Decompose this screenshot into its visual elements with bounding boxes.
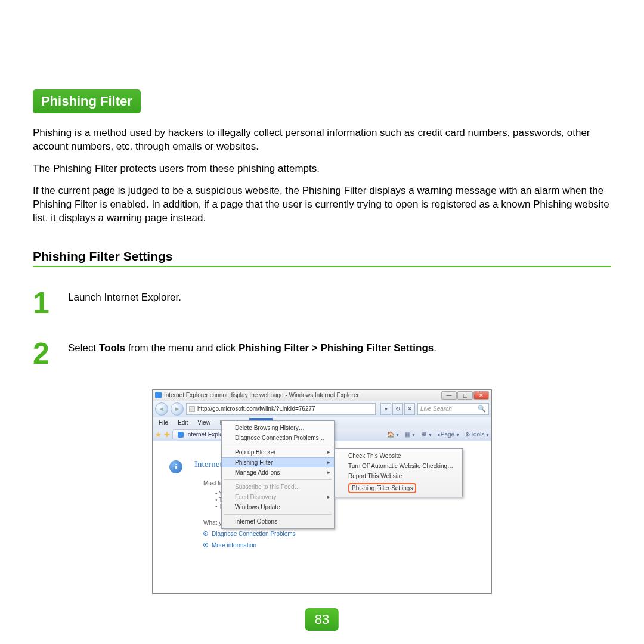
back-button[interactable]: ◄ bbox=[155, 402, 168, 416]
text: from the menu and click bbox=[125, 342, 239, 354]
menu-item-manage-addons[interactable]: Manage Add-ons▸ bbox=[222, 467, 334, 478]
menu-item-phishing-filter[interactable]: Phishing Filter▸ bbox=[222, 457, 334, 467]
link-text: Diagnose Connection Problems bbox=[212, 531, 296, 537]
step-text: Launch Internet Explorer. bbox=[68, 288, 181, 304]
add-favorites-icon[interactable]: ✚ bbox=[164, 431, 170, 439]
bullet-icon: ▾ bbox=[203, 543, 208, 547]
close-button[interactable]: ✕ bbox=[473, 391, 489, 400]
menu-separator bbox=[224, 445, 332, 445]
more-info-link[interactable]: ▾ More information bbox=[203, 542, 491, 549]
step-1: 1 Launch Internet Explorer. bbox=[33, 288, 611, 318]
print-icon[interactable]: 🖶 ▾ bbox=[421, 431, 432, 438]
page-icon bbox=[189, 406, 195, 412]
link-text: More information bbox=[212, 542, 256, 549]
menu-separator bbox=[224, 479, 332, 480]
submenu-report[interactable]: Report This Website bbox=[335, 471, 462, 481]
menu-item-windows-update[interactable]: Windows Update bbox=[222, 502, 334, 512]
section-title: Phishing Filter bbox=[33, 89, 141, 113]
home-icon[interactable]: 🏠 ▾ bbox=[387, 431, 399, 438]
page-content: i Internet Exp Most likely caus You are … bbox=[153, 441, 491, 593]
tools-dropdown[interactable]: ⚙Tools ▾ bbox=[465, 431, 489, 438]
url-text: http://go.microsoft.com/fwlink/?LinkId=7… bbox=[197, 405, 315, 412]
info-icon: i bbox=[169, 460, 182, 473]
menu-view[interactable]: View bbox=[193, 418, 215, 427]
tools-menu: Delete Browsing History… Diagnose Connec… bbox=[221, 420, 335, 529]
intro-paragraph-2: The Phishing Filter protects users from … bbox=[33, 162, 611, 176]
callout-highlight: Phishing Filter Settings bbox=[348, 483, 416, 493]
menu-item-delete-history[interactable]: Delete Browsing History… bbox=[222, 423, 334, 433]
window-title: Internet Explorer cannot display the web… bbox=[164, 392, 439, 398]
step-number: 1 bbox=[33, 288, 60, 318]
intro-paragraph-1: Phishing is a method used by hackers to … bbox=[33, 126, 611, 154]
search-icon[interactable]: 🔍 bbox=[478, 405, 486, 413]
step-2: 2 Select Tools from the menu and click P… bbox=[33, 339, 611, 369]
page-dropdown[interactable]: ▸Page ▾ bbox=[438, 431, 459, 438]
maximize-button[interactable]: ▢ bbox=[457, 391, 473, 400]
ie-window-screenshot: Internet Explorer cannot display the web… bbox=[152, 389, 492, 594]
text: . bbox=[434, 342, 436, 354]
bullet-icon: ▸ bbox=[203, 531, 208, 536]
tab-favicon bbox=[178, 432, 184, 438]
subheading: Phishing Filter Settings bbox=[33, 249, 611, 264]
submenu-check-website[interactable]: Check This Website bbox=[335, 451, 462, 461]
phishing-submenu: Check This Website Turn Off Automatic We… bbox=[335, 448, 463, 497]
step-text: Select Tools from the menu and click Phi… bbox=[68, 339, 436, 354]
stop-button[interactable]: ✕ bbox=[404, 403, 415, 415]
submenu-phishing-settings[interactable]: Phishing Filter Settings bbox=[335, 481, 462, 495]
address-bar[interactable]: http://go.microsoft.com/fwlink/?LinkId=7… bbox=[186, 403, 376, 415]
toolbar-right: 🏠 ▾ ▦ ▾ 🖶 ▾ ▸Page ▾ ⚙Tools ▾ bbox=[387, 431, 489, 438]
divider bbox=[33, 266, 611, 267]
menu-item-internet-options[interactable]: Internet Options bbox=[222, 516, 334, 527]
text: Select bbox=[68, 342, 99, 354]
diagnose-link[interactable]: ▸ Diagnose Connection Problems bbox=[203, 531, 491, 537]
step-number: 2 bbox=[33, 339, 60, 369]
bold-text: Tools bbox=[99, 342, 125, 354]
refresh-button[interactable]: ↻ bbox=[392, 403, 403, 415]
intro-paragraph-3: If the current page is judged to be a su… bbox=[33, 184, 611, 225]
search-box[interactable]: Live Search 🔍 bbox=[417, 403, 489, 415]
dropdown-button[interactable]: ▾ bbox=[380, 403, 391, 415]
menu-item-popup-blocker[interactable]: Pop-up Blocker▸ bbox=[222, 447, 334, 457]
menu-item-diagnose[interactable]: Diagnose Connection Problems… bbox=[222, 433, 334, 443]
menu-item-feed-discovery: Feed Discovery▸ bbox=[222, 492, 334, 502]
bold-text: Phishing Filter > Phishing Filter Settin… bbox=[239, 342, 434, 354]
search-placeholder: Live Search bbox=[420, 405, 452, 412]
page-number-badge: 83 bbox=[305, 608, 339, 631]
ie-icon bbox=[155, 392, 162, 398]
minimize-button[interactable]: — bbox=[441, 391, 457, 400]
menu-file[interactable]: File bbox=[154, 418, 173, 427]
titlebar: Internet Explorer cannot display the web… bbox=[153, 390, 491, 401]
nav-row: ◄ ► http://go.microsoft.com/fwlink/?Link… bbox=[153, 401, 491, 417]
menu-edit[interactable]: Edit bbox=[173, 418, 193, 427]
menu-separator bbox=[224, 514, 332, 515]
feed-icon[interactable]: ▦ ▾ bbox=[405, 431, 415, 438]
forward-button[interactable]: ► bbox=[171, 402, 184, 416]
submenu-turn-off[interactable]: Turn Off Automatic Website Checking… bbox=[335, 461, 462, 471]
favorites-star-icon[interactable]: ★ bbox=[155, 431, 162, 439]
menu-item-subscribe-feed: Subscribe to this Feed… bbox=[222, 482, 334, 492]
